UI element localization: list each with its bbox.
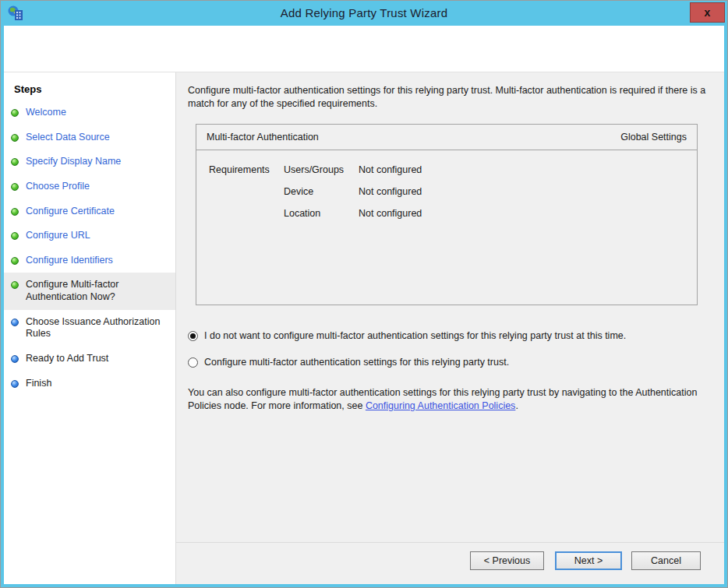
step-label: Finish <box>26 378 51 390</box>
radio-label: Configure multi-factor authentication se… <box>204 357 509 368</box>
requirement-value: Not configured <box>359 208 697 219</box>
step-finish: Finish <box>4 371 175 396</box>
previous-button[interactable]: < Previous <box>470 551 544 570</box>
step-choose-profile[interactable]: Choose Profile <box>4 174 175 199</box>
step-done-icon <box>11 158 19 166</box>
step-label: Specify Display Name <box>26 156 121 168</box>
steps-list: Welcome Select Data Source Specify Displ… <box>4 100 175 396</box>
requirement-value: Not configured <box>359 164 697 175</box>
requirements-label: Requirements <box>209 164 284 175</box>
mfa-panel-header: Multi-factor Authentication Global Setti… <box>196 125 697 150</box>
wizard-body: Steps Welcome Select Data Source Specify… <box>4 72 724 584</box>
step-done-icon <box>11 281 19 289</box>
next-button[interactable]: Next > <box>555 551 622 570</box>
step-pending-icon <box>11 355 19 363</box>
titlebar: Add Relying Party Trust Wizard x <box>1 1 727 26</box>
step-label: Ready to Add Trust <box>26 353 108 365</box>
radio-configure-mfa[interactable]: Configure multi-factor authentication se… <box>188 357 712 368</box>
spacer <box>209 186 284 197</box>
requirement-name: Users/Groups <box>284 164 359 175</box>
step-label: Select Data Source <box>26 132 110 144</box>
radio-selected-icon <box>188 331 198 341</box>
close-icon: x <box>705 6 711 19</box>
window-title: Add Relying Party Trust Wizard <box>48 6 680 19</box>
step-pending-icon <box>11 319 19 326</box>
step-done-icon <box>11 257 19 265</box>
step-done-icon <box>11 232 19 240</box>
step-select-data-source[interactable]: Select Data Source <box>4 125 175 150</box>
step-welcome[interactable]: Welcome <box>4 100 175 125</box>
mfa-requirements-table: Requirements Users/Groups Not configured… <box>196 150 697 219</box>
step-specify-display-name[interactable]: Specify Display Name <box>4 150 175 174</box>
footer-text-end: . <box>515 400 518 411</box>
step-ready-to-add-trust: Ready to Add Trust <box>4 347 175 371</box>
steps-header: Steps <box>4 77 175 100</box>
step-done-icon <box>11 183 19 191</box>
step-label: Configure Certificate <box>26 206 115 218</box>
radio-label: I do not want to configure multi-factor … <box>204 330 626 341</box>
configuring-authentication-policies-link[interactable]: Configuring Authentication Policies <box>366 400 515 411</box>
spacer <box>209 208 284 219</box>
wizard-window: Add Relying Party Trust Wizard x Steps W… <box>0 0 728 588</box>
step-label: Choose Issuance Authorization Rules <box>26 316 171 340</box>
step-configure-identifiers[interactable]: Configure Identifiers <box>4 248 175 273</box>
step-label: Choose Profile <box>26 181 90 193</box>
step-label: Welcome <box>26 107 66 119</box>
step-label: Configure Multi-factor Authentication No… <box>26 279 171 303</box>
step-label: Configure Identifiers <box>26 255 113 267</box>
steps-sidebar: Steps Welcome Select Data Source Specify… <box>4 72 176 584</box>
step-label: Configure URL <box>26 230 90 242</box>
requirement-value: Not configured <box>359 186 697 197</box>
requirement-name: Device <box>284 186 359 197</box>
footer-note: You can also configure multi-factor auth… <box>188 386 712 414</box>
step-done-icon <box>11 208 19 216</box>
header-band <box>4 26 724 72</box>
mfa-settings-panel: Multi-factor Authentication Global Setti… <box>196 124 698 305</box>
step-content: Configure multi-factor authentication se… <box>176 72 724 584</box>
global-settings-label: Global Settings <box>620 132 687 143</box>
adfs-app-icon <box>7 5 24 22</box>
button-bar: < Previous Next > Cancel <box>176 542 724 584</box>
radio-unselected-icon <box>188 357 198 368</box>
cancel-button[interactable]: Cancel <box>631 551 701 570</box>
step-done-icon <box>11 134 19 142</box>
mfa-panel-title: Multi-factor Authentication <box>207 132 319 143</box>
step-done-icon <box>11 109 19 117</box>
step-choose-issuance-authorization-rules: Choose Issuance Authorization Rules <box>4 310 175 347</box>
radio-skip-mfa[interactable]: I do not want to configure multi-factor … <box>188 330 712 341</box>
step-pending-icon <box>11 380 19 388</box>
close-button[interactable]: x <box>690 2 725 23</box>
wizard-frame: Steps Welcome Select Data Source Specify… <box>4 26 724 584</box>
step-configure-certificate[interactable]: Configure Certificate <box>4 199 175 224</box>
requirement-name: Location <box>284 208 359 219</box>
step-configure-mfa-now-current: Configure Multi-factor Authentication No… <box>4 273 175 309</box>
step-configure-url[interactable]: Configure URL <box>4 224 175 248</box>
intro-text: Configure multi-factor authentication se… <box>188 84 712 111</box>
